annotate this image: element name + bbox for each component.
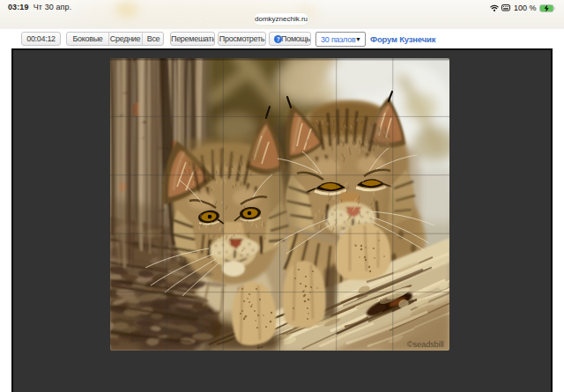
svg-text:©seadsbill: ©seadsbill [407,340,444,349]
svg-text:?: ? [277,36,280,42]
